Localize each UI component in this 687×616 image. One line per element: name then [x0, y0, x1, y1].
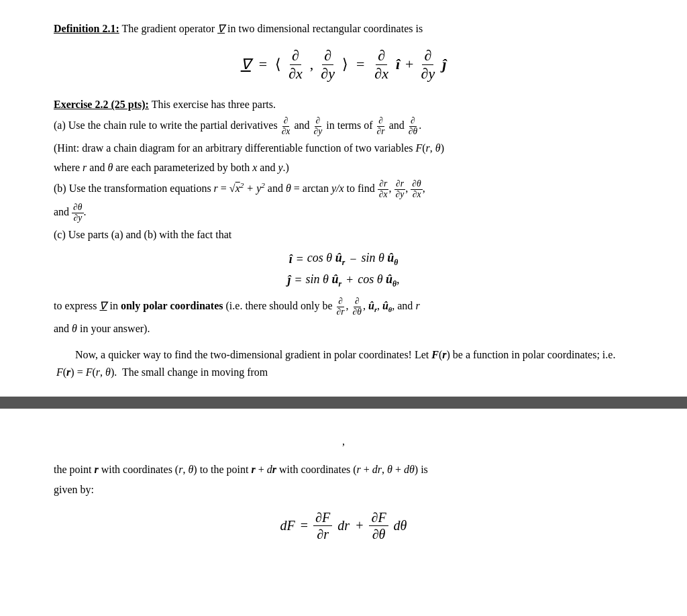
vector-equations: î = cos θ ûr − sin θ ûθ ĵ = sin θ ûr + c…	[54, 251, 633, 288]
frac-dF-dr: ∂F ∂r	[313, 509, 332, 542]
definition-paragraph: Definition 2.1: The gradient operator ∇ …	[54, 20, 633, 38]
part-b: (b) Use the transformation equations r =…	[54, 179, 633, 200]
frac-partial-x: ∂ ∂x	[286, 47, 305, 83]
bottom-content: , the point r with coordinates (r, θ) to…	[0, 409, 687, 616]
frac-dtheta-expr: ∂ ∂θ	[352, 297, 363, 317]
express-nabla: to express ∇ in only polar coordinates (…	[54, 297, 633, 317]
frac-dF-dtheta: ∂F ∂θ	[369, 509, 388, 542]
dF-equation: dF = ∂F ∂r dr + ∂F ∂θ dθ	[54, 509, 633, 542]
definition-label: Definition 2.1:	[54, 23, 119, 34]
hint-line1: (Hint: draw a chain diagram for an arbit…	[54, 140, 633, 157]
frac-dr-dx: ∂r ∂x	[378, 179, 389, 200]
exercise-label: Exercise 2.2 (25 pts):	[54, 99, 149, 110]
frac-dr-expr: ∂ ∂r	[335, 297, 346, 317]
exercise-title-para: Exercise 2.2 (25 pts): This exercise has…	[54, 96, 633, 113]
frac-partial-x2: ∂ ∂x	[372, 47, 390, 83]
nabla-equation: ∇ = ⟨ ∂ ∂x , ∂ ∂y ⟩ = ∂ ∂x î + ∂ ∂y	[54, 47, 633, 83]
exercise-intro: This exercise has three parts.	[152, 99, 276, 110]
top-content: Definition 2.1: The gradient operator ∇ …	[0, 0, 687, 397]
frac-partial-theta-inline: ∂ ∂θ	[407, 116, 419, 137]
express-nabla-cont: and θ in your answer).	[54, 320, 633, 338]
page: Definition 2.1: The gradient operator ∇ …	[0, 0, 687, 616]
frac-dr-dy: ∂r ∂y	[394, 179, 406, 200]
divider-bar	[0, 397, 687, 409]
frac-partial-x-inline: ∂ ∂x	[280, 116, 292, 137]
part-c-intro: (c) Use parts (a) and (b) with the fact …	[54, 226, 633, 244]
page-break-comma: ,	[54, 435, 633, 448]
frac-partial-y2: ∂ ∂y	[419, 47, 437, 83]
hint-line2: where r and θ are each parameterized by …	[54, 159, 633, 176]
from-point: the point r with coordinates (r, θ) to t…	[54, 461, 633, 478]
eq-j: ĵ = sin θ ûr + cos θ ûθ,	[287, 272, 399, 289]
part-a: (a) Use the chain rule to write the part…	[54, 116, 633, 137]
definition-text: The gradient operator ∇ in two dimension…	[122, 23, 423, 34]
now-paragraph: Now, a quicker way to find the two-dimen…	[54, 346, 633, 380]
frac-dtheta-dx: ∂θ ∂x	[411, 179, 422, 200]
part-b-and: and ∂θ ∂y .	[54, 203, 633, 223]
given-by: given by:	[54, 481, 633, 499]
frac-partial-y-inline: ∂ ∂y	[313, 116, 324, 137]
frac-partial-r-inline: ∂ ∂r	[376, 116, 386, 137]
eq-i: î = cos θ ûr − sin θ ûθ	[289, 251, 399, 267]
frac-partial-y: ∂ ∂y	[319, 47, 337, 83]
frac-dtheta-dy: ∂θ ∂y	[72, 203, 83, 223]
